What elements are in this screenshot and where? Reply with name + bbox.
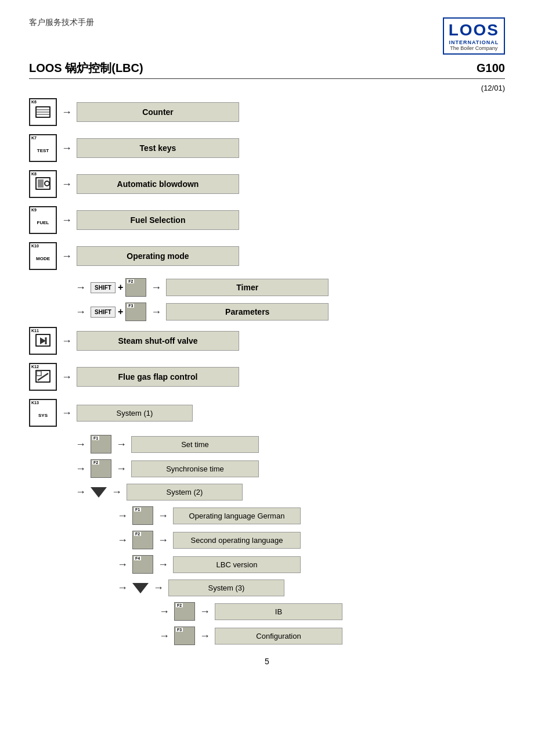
key-k10: K10 MODE	[29, 242, 57, 270]
system2-sub-lang: → F1 → Operating language German	[113, 506, 505, 525]
arrow-k11: →	[62, 335, 72, 347]
page-header: 客户服务技术手册 LOOS INTERNATIONAL The Boiler C…	[29, 17, 505, 55]
arrow-k8: →	[62, 178, 72, 190]
doc-model: G100	[477, 62, 505, 75]
system-section: K13 SYS → System (1) → F1 → Set time → F…	[29, 399, 505, 645]
key-k13-label: SYS	[38, 413, 48, 418]
key-k12: K12	[29, 363, 57, 391]
down-triangle-system3	[132, 583, 149, 593]
row-steam: K11 → Steam shut-off valve	[29, 327, 505, 355]
system3-sub: → F2 → IB → F3 → Configurat	[154, 602, 505, 645]
arrow-shift-f2: →	[75, 282, 86, 294]
box-blowdown: Automatic blowdown	[77, 174, 239, 194]
arrow-to-params: →	[151, 306, 161, 318]
key-k8: K8	[29, 170, 57, 198]
logo-loos: LOOS	[449, 21, 499, 39]
key-k7-label: TEST	[37, 148, 49, 153]
doc-date: (12/01)	[29, 84, 505, 92]
row-blowdown: K8 → Automatic blowdown	[29, 170, 505, 198]
arrow-to-ib: →	[200, 606, 210, 618]
key-k6: K6	[29, 98, 57, 126]
arrow-f1-settime: →	[75, 438, 86, 451]
arrow-k13: →	[62, 407, 72, 419]
shift-key-2: SHIFT	[91, 307, 116, 318]
arrow-down-system3: →	[117, 582, 128, 594]
key-k11: K11	[29, 327, 57, 355]
box-system2: System (2)	[127, 484, 243, 501]
diagram-content: K6 → Counter K7 TEST → Test keys K8	[29, 98, 505, 645]
arrow-to-timer: →	[151, 282, 161, 294]
arrow-f2-ib: →	[159, 606, 169, 618]
box-timer: Timer	[166, 279, 329, 296]
f1-key-lang: F1	[132, 506, 153, 525]
box-ib: IB	[215, 603, 342, 620]
f2-key-timer: F2	[125, 278, 146, 297]
box-flue: Flue gas flap control	[77, 367, 239, 387]
shift-key-1: SHIFT	[91, 282, 116, 293]
box-system1: System (1)	[77, 405, 193, 422]
row-testkeys: K7 TEST → Test keys	[29, 134, 505, 162]
arrow-k7: →	[62, 142, 72, 154]
row-counter: K6 → Counter	[29, 98, 505, 126]
system2-sub-system3row: → → System (3)	[113, 579, 505, 596]
arrow-f2-sync: →	[75, 463, 86, 475]
logo-company: The Boiler Company	[449, 45, 499, 51]
f1-key-settime: F1	[91, 435, 111, 453]
key-k13: K13 SYS	[29, 399, 57, 427]
box-lang-german: Operating language German	[173, 507, 301, 524]
arrow-shift-f3: →	[75, 306, 86, 318]
page-number: 5	[29, 657, 505, 666]
arrow-down-system2: →	[75, 486, 86, 498]
arrow-to-system3: →	[153, 582, 164, 594]
arrow-f4-lbc: →	[117, 559, 128, 571]
arrow-k9: →	[62, 214, 72, 226]
f3-key-params: F3	[125, 303, 146, 321]
svg-rect-7	[38, 179, 44, 188]
arrow-k6: →	[62, 106, 72, 118]
doc-title-lbc: LOOS 锅炉控制(LBC)	[29, 60, 143, 76]
key-k10-label: MODE	[36, 256, 50, 261]
system2-sub-secondlang: → F2 → Second operating language	[113, 531, 505, 549]
box-steam: Steam shut-off valve	[77, 331, 239, 351]
box-parameters: Parameters	[166, 303, 329, 321]
box-second-lang: Second operating language	[173, 532, 301, 549]
system2-sub-lbcver: → F4 → LBC version	[113, 555, 505, 574]
key-k7: K7 TEST	[29, 134, 57, 162]
system3-sub-config: → F3 → Configuration	[154, 627, 505, 645]
doc-title-cn: 客户服务技术手册	[29, 17, 94, 28]
box-testkeys: Test keys	[77, 138, 239, 158]
row-fuel: K9 FUEL → Fuel Selection	[29, 206, 505, 234]
box-fuel: Fuel Selection	[77, 210, 239, 230]
arrow-f3-config: →	[159, 630, 169, 642]
f2-key-sync: F2	[91, 459, 111, 478]
plus-1: +	[118, 282, 123, 293]
box-lbc-version: LBC version	[173, 556, 301, 573]
system2-sub: → F1 → Operating language German → F2 → …	[113, 506, 505, 645]
box-opmode: Operating mode	[77, 246, 239, 266]
system1-sub-synctime: → F2 → Synchronise time	[71, 459, 505, 478]
arrow-to-lang: →	[158, 510, 168, 522]
row-system1: K13 SYS → System (1)	[29, 399, 505, 427]
system1-sub-system2row: → → System (2)	[71, 484, 505, 501]
key-k9-label: FUEL	[37, 220, 49, 225]
box-system3: System (3)	[168, 579, 284, 596]
down-triangle-system2	[91, 487, 107, 498]
box-counter: Counter	[77, 102, 239, 122]
doc-title-row: LOOS 锅炉控制(LBC) G100	[29, 60, 505, 76]
row-opmode: K10 MODE → Operating mode	[29, 242, 505, 270]
f2-key-ib: F2	[174, 602, 195, 621]
opmode-sub-rows: → SHIFT + F2 → Timer → SHIFT + F3 → Para…	[71, 278, 505, 321]
row-flue: K12 → Flue gas flap control	[29, 363, 505, 391]
box-configuration: Configuration	[215, 628, 342, 645]
arrow-k12: →	[62, 371, 72, 383]
logo: LOOS INTERNATIONAL The Boiler Company	[443, 17, 505, 55]
arrow-f2-secondlang: →	[117, 534, 128, 546]
box-settime: Set time	[131, 436, 259, 453]
system3-sub-ib: → F2 → IB	[154, 602, 505, 621]
f3-key-config: F3	[174, 627, 195, 645]
f4-key-lbc: F4	[132, 555, 153, 574]
arrow-to-settime: →	[116, 438, 127, 451]
arrow-f1-lang: →	[117, 510, 128, 522]
arrow-to-lbc: →	[158, 559, 168, 571]
opmode-sub-row-params: → SHIFT + F3 → Parameters	[71, 303, 505, 321]
